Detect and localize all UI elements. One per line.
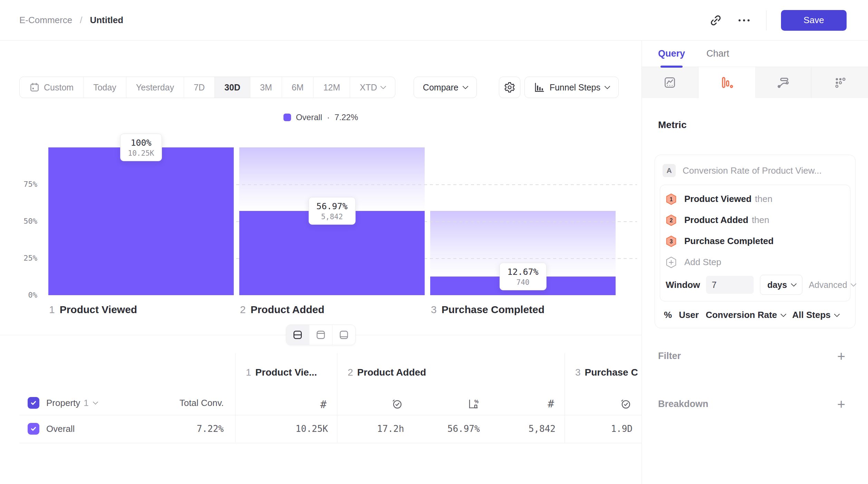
copy-link-button[interactable] <box>706 11 725 30</box>
window-unit-select[interactable]: days <box>760 275 802 295</box>
chevron-down-icon <box>850 281 856 287</box>
avg-time-metric-header[interactable] <box>565 398 642 409</box>
measure-symbol[interactable]: % <box>664 310 672 320</box>
table-header-divider <box>19 415 642 415</box>
chart-settings-button[interactable] <box>499 77 520 98</box>
breadcrumb-title[interactable]: Untitled <box>90 15 123 26</box>
row-checkbox[interactable] <box>28 423 39 435</box>
more-options-button[interactable] <box>734 11 754 30</box>
topbar-actions: Save <box>706 10 847 31</box>
step-number-badge: 1 <box>666 193 677 205</box>
add-step-hexagon-icon <box>666 256 677 268</box>
layout-table-only-button[interactable] <box>332 325 355 345</box>
breakdown-label: Breakdown <box>658 399 708 409</box>
metric-heading: Metric <box>642 98 868 130</box>
legend-value: 7.22% <box>335 113 358 122</box>
series-title: Conversion Rate of Product View... <box>683 165 822 176</box>
chart-type-funnel[interactable] <box>698 67 755 98</box>
avg-time-metric-header[interactable] <box>337 398 413 409</box>
advanced-dropdown[interactable]: Advanced <box>809 280 855 290</box>
date-range-yesterday[interactable]: Yesterday <box>126 77 184 98</box>
measure-row: % User Conversion Rate All Steps <box>655 301 855 320</box>
bar-value-callout: 12.67% 740 <box>499 263 546 290</box>
filter-section: Filter + <box>658 351 845 361</box>
table-col-group-step1: 1 Product Vie... # <box>235 353 337 415</box>
hash-icon: # <box>320 399 327 409</box>
insights-icon <box>663 76 676 89</box>
breadcrumb-separator: / <box>80 15 82 26</box>
date-range-today[interactable]: Today <box>83 77 126 98</box>
chart-type-strip <box>642 67 868 98</box>
y-axis-tick: 75% <box>7 180 37 189</box>
add-step-button[interactable]: Add Step <box>666 252 844 273</box>
metric-card: A Conversion Rate of Product View... 1 P… <box>655 155 856 328</box>
chevron-down-icon <box>462 84 468 89</box>
x-axis-step-label: 2 Product Added <box>240 304 325 316</box>
funnel-step-1[interactable]: 1 Product Viewed then <box>666 188 844 210</box>
layout-chart-only-button[interactable] <box>309 325 332 345</box>
funnel-step-2[interactable]: 2 Product Added then <box>666 210 844 231</box>
chart-type-insights[interactable] <box>642 67 698 98</box>
chart-type-retention[interactable] <box>811 67 868 98</box>
measure-entity[interactable]: User <box>679 310 699 320</box>
report-main: Custom Today Yesterday 7D 30D 3M 6M 12M … <box>0 41 642 484</box>
date-range-3m[interactable]: 3M <box>250 77 282 98</box>
svg-text:1: 1 <box>670 196 673 202</box>
count-metric-header[interactable]: # <box>489 398 565 409</box>
date-range-6m[interactable]: 6M <box>282 77 314 98</box>
date-range-12m[interactable]: 12M <box>313 77 350 98</box>
date-range-7d[interactable]: 7D <box>184 77 214 98</box>
table-header: Property 1 Total Conv. 1 Product Vie... <box>0 353 642 415</box>
tab-chart[interactable]: Chart <box>706 41 729 67</box>
breadcrumb: E-Commerce / Untitled <box>19 15 123 26</box>
chevron-down-icon <box>780 311 786 317</box>
breadcrumb-project[interactable]: E-Commerce <box>19 15 72 26</box>
add-filter-button[interactable]: + <box>837 351 845 361</box>
chevron-down-icon <box>834 311 840 317</box>
tab-query[interactable]: Query <box>658 41 685 67</box>
measure-scope-dropdown[interactable]: All Steps <box>792 310 839 320</box>
layout-split-button[interactable] <box>286 325 309 345</box>
retention-dots-icon <box>833 76 846 89</box>
table-row-overall[interactable]: Overall 7.22% 10.25K 17.2h 56.97% 5,842 <box>0 415 642 443</box>
add-breakdown-button[interactable]: + <box>837 399 845 409</box>
table-col-group-step2: 2 Product Added <box>337 353 565 415</box>
compare-button[interactable]: Compare <box>414 77 477 98</box>
bar-value-callout: 56.97% 5,842 <box>308 197 355 225</box>
total-conversion-header[interactable]: Total Conv. <box>180 398 235 408</box>
filter-label: Filter <box>658 351 681 361</box>
row-total-conversion: 7.22% <box>197 424 235 434</box>
legend-series: Overall <box>296 113 322 122</box>
chart-percent-icon: % <box>467 398 479 409</box>
bar-value-callout: 100% 10.25K <box>120 134 162 161</box>
funnel-report-app: E-Commerce / Untitled Save <box>0 0 868 484</box>
check-icon <box>30 425 37 432</box>
date-range-custom[interactable]: Custom <box>20 77 83 98</box>
measure-metric-dropdown[interactable]: Conversion Rate <box>706 310 785 320</box>
table-col-group-step3: 3 Purchase C <box>565 353 642 415</box>
series-row[interactable]: A Conversion Rate of Product View... <box>655 155 855 185</box>
property-selector[interactable]: Property 1 <box>46 398 97 408</box>
funnel-step-3[interactable]: 3 Purchase Completed <box>666 231 844 252</box>
topbar: E-Commerce / Untitled Save <box>0 0 868 41</box>
query-sidebar: Query Chart <box>642 41 868 484</box>
date-range-30d[interactable]: 30D <box>214 77 250 98</box>
select-all-checkbox[interactable] <box>28 397 39 409</box>
cell-value: 56.97% <box>413 424 489 434</box>
conversion-rate-metric-header[interactable]: % <box>413 398 489 409</box>
step-number-badge: 3 <box>666 235 677 247</box>
y-axis-tick: 25% <box>7 253 37 263</box>
save-button[interactable]: Save <box>781 10 847 31</box>
step-number-badge: 2 <box>666 214 677 226</box>
gear-icon <box>504 81 515 93</box>
count-metric-header[interactable]: # <box>235 399 337 409</box>
date-range-xtd[interactable]: XTD <box>350 77 395 98</box>
funnel-bar-product-viewed[interactable] <box>48 147 234 295</box>
row-label: Overall <box>46 424 75 434</box>
window-value-input[interactable] <box>706 276 754 294</box>
funnel-steps-card: 1 Product Viewed then 2 Product Added th… <box>660 185 850 301</box>
flows-icon <box>777 76 790 89</box>
chart-type-flows[interactable] <box>755 67 812 98</box>
visualization-picker-button[interactable]: Funnel Steps <box>524 77 619 98</box>
cell-value: 17.2h <box>337 424 413 434</box>
